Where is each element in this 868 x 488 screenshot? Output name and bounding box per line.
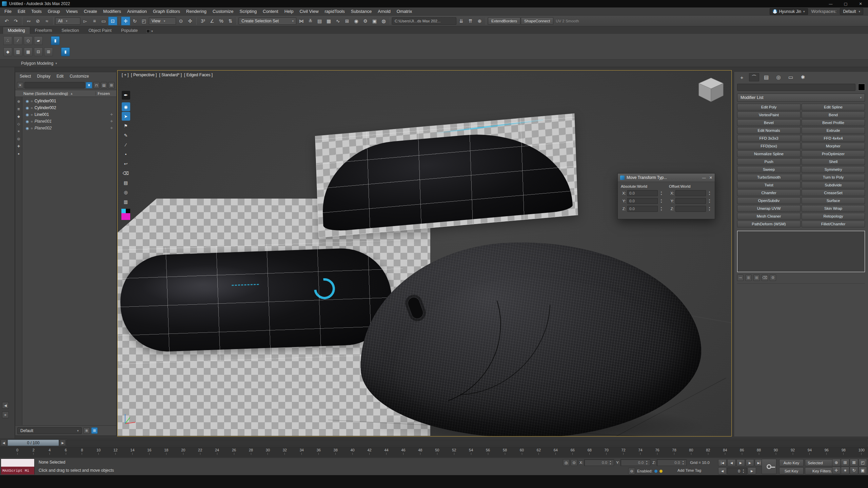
maxscript-input-line[interactable] (1, 459, 34, 467)
clipboard-icon[interactable]: ▥ (122, 197, 130, 206)
visibility-eye-icon[interactable]: ◉ (26, 119, 29, 124)
modifier-button[interactable]: Edit Poly (737, 104, 801, 110)
export-content-icon[interactable]: ⇈ (466, 17, 475, 25)
ribbon-tab[interactable]: Modeling (3, 27, 30, 34)
modifier-button[interactable]: Shell (802, 158, 865, 165)
absolute-coordinate-field[interactable]: 0.0 (627, 198, 658, 204)
modifier-button[interactable]: Skin Wrap (802, 205, 865, 212)
sort-ascending-icon[interactable]: ▲ (70, 92, 73, 95)
schematic-view-icon[interactable]: ⊞ (342, 17, 352, 25)
rendered-frame-icon[interactable]: ▣ (370, 17, 379, 25)
snaps-toggle-3d-icon[interactable]: 3³ (198, 17, 208, 25)
adaptive-degradation-icon[interactable]: ⊖ (628, 468, 635, 474)
modifier-button[interactable]: CreaseSet (802, 189, 865, 196)
modifier-button[interactable]: Bend (802, 111, 865, 118)
menu-item[interactable]: Arnold (375, 9, 394, 14)
isolate-selection-icon[interactable]: ◎ (563, 459, 570, 466)
pan-icon[interactable]: ✛ (832, 467, 841, 474)
dot-icon[interactable]: • (122, 150, 130, 159)
modifier-button[interactable]: Fillet/Chamfer (802, 221, 865, 227)
spinner-control[interactable]: ▴▾ (645, 460, 649, 465)
pin-stack-icon[interactable]: ⊸ (737, 274, 744, 281)
undo-icon[interactable]: ↶ (2, 17, 11, 25)
render-setup-icon[interactable]: ⚙ (361, 17, 370, 25)
list-item[interactable]: ◉ ○ Plane001 ✛ (22, 118, 116, 125)
camera-icon[interactable]: ◎ (122, 188, 130, 197)
modifier-button[interactable]: ProOptimizer (802, 150, 865, 157)
explorer-menu-item[interactable]: Edit (54, 74, 67, 79)
filter-icon[interactable]: ▼ (86, 82, 92, 88)
modifier-button[interactable]: Extrude (802, 127, 865, 134)
display-geometry-icon[interactable]: ◆ (16, 114, 21, 119)
modify-tab-icon[interactable]: ⌒ (749, 73, 759, 81)
menu-item[interactable]: Help (281, 9, 297, 14)
menu-item[interactable]: Create (81, 9, 100, 14)
polygon-mode-icon[interactable]: ▰ (34, 36, 43, 45)
spinner-control[interactable]: ▴▾ (659, 206, 664, 211)
menu-item[interactable]: Tools (28, 9, 44, 14)
modifier-list-dropdown[interactable]: Modifier List ▾ (737, 94, 865, 102)
zoom-icon[interactable]: ⊕ (832, 459, 841, 466)
auto-key-button[interactable]: Auto Key (779, 459, 804, 466)
remove-modifier-icon[interactable]: ⌫ (762, 274, 768, 281)
menu-item[interactable]: Views (63, 9, 81, 14)
offset-coordinate-field[interactable] (675, 198, 706, 204)
clear-search-icon[interactable]: ✕ (17, 82, 23, 88)
soft-selection-icon[interactable]: ▦ (24, 47, 33, 56)
modifier-button[interactable]: Normalize Spline (737, 150, 801, 157)
angle-snap-icon[interactable]: ∠ (208, 17, 217, 25)
modifier-button[interactable]: Turn to Poly (802, 174, 865, 181)
border-mode-icon[interactable]: ◇ (24, 36, 33, 45)
modifier-stack-box[interactable] (737, 231, 865, 272)
display-lights-icon[interactable]: ☀ (16, 129, 21, 134)
close-button[interactable]: ✕ (853, 0, 868, 7)
time-slider-right-arrow[interactable]: ▶ (60, 440, 66, 446)
set-keys-button[interactable] (762, 459, 776, 474)
menu-item[interactable]: Group (45, 9, 63, 14)
add-container-icon[interactable]: ⊕ (475, 17, 484, 25)
walk-through-icon[interactable]: ∗ (841, 467, 849, 474)
reference-coordinate-dropdown[interactable]: View▾ (149, 17, 176, 25)
rectangular-selection-icon[interactable]: ▭ (99, 17, 108, 25)
window-crossing-icon[interactable]: ⊡ (108, 17, 117, 25)
spinner-control[interactable]: ▴▾ (681, 460, 685, 465)
dock-handle-icon[interactable]: ≡ (2, 411, 9, 418)
zoom-extents-icon[interactable]: ⊠ (850, 459, 858, 466)
previous-frame-icon[interactable]: ◀ (727, 459, 736, 466)
projector-icon[interactable]: ▤ (122, 178, 130, 187)
menu-item[interactable]: Animation (124, 9, 150, 14)
modifier-button[interactable]: PathDeform (WSM) (737, 221, 801, 227)
utilities-tab-icon[interactable]: ✱ (798, 73, 808, 81)
spinner-control[interactable]: ▴▾ (707, 198, 712, 204)
show-end-result-icon[interactable]: ≣ (745, 274, 752, 281)
modifier-button[interactable]: VertexPaint (737, 111, 801, 118)
curve-editor-icon[interactable]: ∿ (333, 17, 342, 25)
visibility-eye-icon[interactable]: ◉ (26, 99, 29, 103)
make-unique-icon[interactable]: ⊞ (753, 274, 760, 281)
set-key-button[interactable]: Set Key (779, 467, 804, 474)
select-and-scale-icon[interactable]: ◰ (139, 17, 149, 25)
motion-tab-icon[interactable]: ◎ (773, 73, 784, 81)
next-frame-icon[interactable]: ▶ (746, 459, 754, 466)
swatch-cyan[interactable] (121, 209, 126, 213)
swatch-magenta[interactable] (121, 213, 130, 220)
modifier-button[interactable]: Push (737, 158, 801, 165)
viewport-label-segment[interactable]: [ + ] (122, 73, 129, 77)
menu-item[interactable]: Edit (15, 9, 28, 14)
project-path-field[interactable]: C:\Users\JI...ds Max 202... (392, 17, 456, 25)
selection-lock-icon[interactable]: ⊙ (571, 459, 577, 466)
go-to-start-icon[interactable]: |◀ (718, 459, 727, 466)
ribbon-section-header[interactable]: Polygon Modeling ▾ (0, 60, 868, 67)
explorer-menu-item[interactable]: Display (34, 74, 53, 79)
spinner-control[interactable]: ▴▾ (741, 468, 746, 474)
modifier-button[interactable]: Morpher (802, 143, 865, 149)
absolute-coordinate-field[interactable]: 0.0 (627, 206, 658, 212)
coordinate-entry-field[interactable]: 0.0▴▾ (657, 459, 687, 466)
select-and-move-icon[interactable]: ✛ (121, 17, 130, 25)
element-mode-icon[interactable]: ◆ (3, 47, 12, 56)
modifier-button[interactable]: Unwrap UVW (737, 205, 801, 212)
modifier-button[interactable]: FFD(box) (737, 143, 801, 149)
status-dot-yellow[interactable] (659, 470, 663, 473)
menu-item[interactable]: Content (260, 9, 281, 14)
modifier-button[interactable]: Chamfer (737, 189, 801, 196)
